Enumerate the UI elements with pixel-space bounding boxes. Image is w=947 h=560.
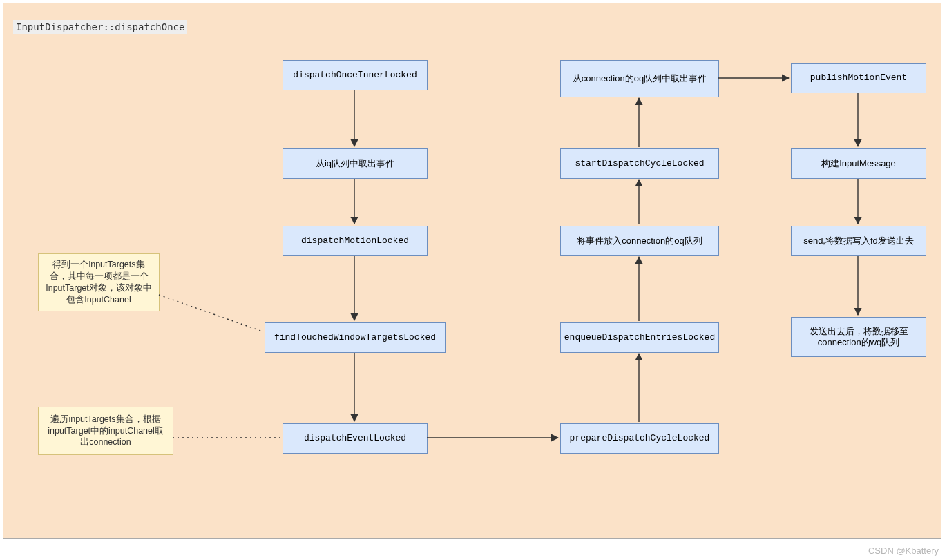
- node-prepare-dispatch-cycle-locked: prepareDispatchCycleLocked: [560, 423, 719, 454]
- node-dispatch-event-locked: dispatchEventLocked: [283, 423, 428, 454]
- node-build-input-message: 构建InputMessage: [791, 148, 926, 179]
- diagram-canvas: InputDispatcher::dispatchOnce dispatchOn…: [3, 3, 941, 539]
- note-input-targets: 得到一个inputTargets集合，其中每一项都是一个InputTarget对…: [38, 253, 160, 311]
- diagram-title: InputDispatcher::dispatchOnce: [13, 20, 187, 34]
- node-dispatch-motion-locked: dispatchMotionLocked: [283, 226, 428, 256]
- node-find-touched-window-targets-locked: findTouchedWindowTargetsLocked: [265, 322, 446, 353]
- node-dequeue-iq: 从iq队列中取出事件: [283, 148, 428, 179]
- node-send-write-fd: send,将数据写入fd发送出去: [791, 226, 926, 256]
- node-enqueue-dispatch-entries-locked: enqueueDispatchEntriesLocked: [560, 322, 719, 353]
- node-start-dispatch-cycle-locked: startDispatchCycleLocked: [560, 148, 719, 179]
- node-dispatch-once-inner-locked: dispatchOnceInnerLocked: [283, 60, 428, 90]
- node-move-to-wq: 发送出去后，将数据移至connection的wq队列: [791, 317, 926, 357]
- note-iterate-targets: 遍历inputTargets集合，根据inputTarget中的inputCha…: [38, 407, 173, 455]
- node-dequeue-oq: 从connection的oq队列中取出事件: [560, 60, 719, 97]
- watermark: CSDN @Kbattery: [868, 545, 939, 556]
- node-publish-motion-event: publishMotionEvent: [791, 63, 926, 93]
- node-put-event-into-oq: 将事件放入connection的oq队列: [560, 226, 719, 256]
